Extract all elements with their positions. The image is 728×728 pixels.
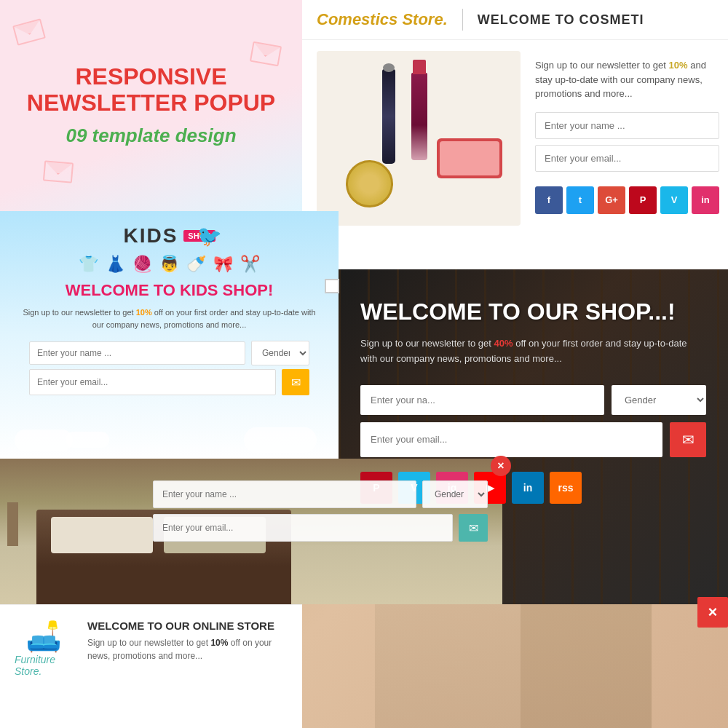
women-figure-2 bbox=[521, 604, 652, 728]
furniture-form-row1: Gender Male Female bbox=[153, 480, 488, 508]
cosmetics-logo-text: Comestics bbox=[317, 10, 397, 28]
cosmetics-logo-script: Store. bbox=[402, 10, 447, 28]
cosmetics-header-divider bbox=[462, 9, 463, 31]
round-compact-product bbox=[346, 160, 393, 207]
hanging-item-1: 👕 bbox=[79, 255, 98, 274]
cosmetics-welcome-text: WELCOME TO COSMETI bbox=[478, 12, 644, 28]
cosmetics-social-row: f t G+ P V in bbox=[535, 186, 719, 214]
newsletter-title-line1: RESPONSIVE bbox=[75, 64, 226, 90]
cosmetics-google-btn[interactable]: G+ bbox=[598, 186, 625, 214]
cosmetics-body: Sign up to our newsletter to get 10% and… bbox=[302, 40, 728, 237]
fashion-form-row2: ✉ bbox=[360, 422, 706, 457]
bedroom-lamp bbox=[7, 502, 18, 546]
cosmetics-signup-text: Sign up to our newsletter to get 10% and… bbox=[535, 58, 719, 101]
kids-submit-btn[interactable]: ✉ bbox=[282, 369, 309, 395]
fashion-name-input[interactable] bbox=[360, 385, 604, 415]
cosmetics-vimeo-btn[interactable]: V bbox=[660, 186, 688, 214]
hanging-item-5: 🍼 bbox=[186, 255, 206, 274]
envelope-decoration-3 bbox=[43, 160, 74, 183]
newsletter-subtitle: 09 template design bbox=[66, 124, 236, 147]
cosmetics-form: Sign up to our newsletter to get 10% and… bbox=[535, 51, 719, 226]
furniture-form-area: Gender Male Female ✉ bbox=[153, 480, 488, 547]
mascara-product bbox=[382, 69, 395, 164]
kids-welcome-text: WELCOME TO KIDS SHOP! bbox=[0, 277, 339, 304]
kids-form-row1: Gender Male Female bbox=[0, 333, 339, 369]
cloud-decoration-1 bbox=[15, 430, 73, 451]
women-fashion-panel bbox=[302, 604, 728, 728]
cosmetics-logo: Comestics Store. bbox=[317, 10, 448, 29]
lipstick-product bbox=[411, 73, 427, 160]
kids-name-input[interactable] bbox=[29, 341, 245, 365]
product-display bbox=[324, 66, 513, 211]
furniture-submit-btn[interactable]: ✉ bbox=[459, 514, 488, 542]
fashion-gender-select[interactable]: Gender Male Female bbox=[612, 385, 706, 415]
newsletter-title-line2: NEWSLETTER POPUP bbox=[27, 90, 275, 116]
newsletter-panel: RESPONSIVE NEWSLETTER POPUP 09 template … bbox=[0, 0, 302, 211]
cosmetics-header: Comestics Store. WELCOME TO COSMETI bbox=[302, 0, 728, 40]
cosmetics-instagram-btn[interactable]: in bbox=[692, 186, 719, 214]
furniture-name-input[interactable] bbox=[153, 480, 416, 508]
fashion-title: WELCOME TO OUR SHOP...! bbox=[360, 298, 706, 325]
cosmetics-products-visual bbox=[317, 51, 521, 226]
fashion-linkedin-btn[interactable]: in bbox=[512, 472, 544, 504]
kids-signup-text: Sign up to our newsletter to get 10% off… bbox=[0, 304, 339, 333]
kids-logo-text: KIDS bbox=[123, 224, 178, 248]
furniture-store-text: WELCOME TO OUR ONLINE STORE Sign up to o… bbox=[87, 620, 288, 662]
cosmetics-email-input[interactable] bbox=[535, 145, 719, 172]
cosmetics-pinterest-btn[interactable]: P bbox=[629, 186, 657, 214]
envelope-decoration-1 bbox=[12, 18, 46, 45]
furniture-gender-select[interactable]: Gender Male Female bbox=[422, 480, 488, 508]
fashion-rss-btn[interactable]: rss bbox=[550, 472, 582, 504]
hanging-item-3: 🧶 bbox=[132, 255, 152, 274]
kids-header: KIDS SHOP 🐦 bbox=[0, 211, 339, 251]
kids-gender-select[interactable]: Gender Male Female bbox=[251, 341, 309, 365]
kids-bird-icon: 🐦 bbox=[197, 224, 222, 248]
kids-panel: KIDS SHOP 🐦 👕 👗 🧶 👼 🍼 🎀 ✂️ WELCOME TO KI… bbox=[0, 211, 339, 459]
close-popup-btn-small[interactable]: × bbox=[491, 456, 511, 476]
cosmetics-name-input[interactable] bbox=[535, 112, 719, 139]
bedroom-pillow-1 bbox=[51, 517, 153, 553]
kids-form-row2: ✉ bbox=[0, 369, 339, 403]
fashion-submit-btn[interactable]: ✉ bbox=[670, 422, 706, 457]
hanging-item-4: 👼 bbox=[159, 255, 179, 274]
hanging-item-2: 👗 bbox=[106, 255, 125, 274]
checkbox-element[interactable] bbox=[325, 279, 339, 293]
furniture-form-row2: ✉ bbox=[153, 514, 488, 542]
women-figure-1 bbox=[375, 604, 521, 728]
furniture-logo: 🛋️ Furniture Store. bbox=[15, 620, 73, 677]
hanging-item-7: ✂️ bbox=[240, 255, 260, 274]
hanging-item-6: 🎀 bbox=[213, 255, 233, 274]
furniture-store-panel: 🛋️ Furniture Store. WELCOME TO OUR ONLIN… bbox=[0, 604, 302, 728]
furniture-email-input[interactable] bbox=[153, 514, 453, 542]
furniture-sofa-icon: 🛋️ bbox=[25, 620, 62, 654]
cosmetics-twitter-btn[interactable]: t bbox=[566, 186, 594, 214]
fashion-desc: Sign up to our newsletter to get 40% off… bbox=[360, 336, 706, 367]
furniture-store-title: WELCOME TO OUR ONLINE STORE bbox=[87, 620, 288, 632]
fashion-form-row1: Gender Male Female bbox=[360, 385, 706, 415]
cloud-decoration-2 bbox=[66, 432, 109, 448]
envelope-decoration-2 bbox=[250, 41, 282, 67]
compact-product bbox=[437, 138, 502, 178]
cloud-decoration-3 bbox=[244, 427, 317, 453]
furniture-logo-text: Furniture Store. bbox=[15, 654, 73, 677]
furniture-store-desc: Sign up to our newsletter to get 10% off… bbox=[87, 636, 288, 662]
kids-email-input[interactable] bbox=[29, 369, 276, 395]
kids-hanging-items: 👕 👗 🧶 👼 🍼 🎀 ✂️ bbox=[0, 251, 339, 277]
close-main-btn[interactable]: × bbox=[697, 597, 728, 628]
fashion-email-input[interactable] bbox=[360, 422, 662, 457]
cosmetics-facebook-btn[interactable]: f bbox=[535, 186, 563, 214]
cosmetics-panel: Comestics Store. WELCOME TO COSMETI Sign… bbox=[302, 0, 728, 269]
